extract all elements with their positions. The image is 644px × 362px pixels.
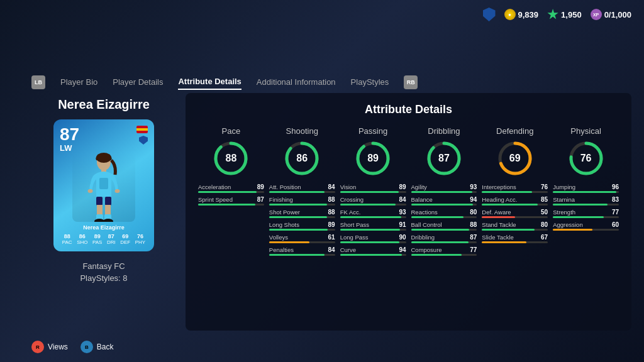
passing-category-name: Passing: [358, 126, 387, 136]
stat-value: 94: [394, 246, 406, 253]
physical-category-name: Physical: [570, 126, 601, 136]
player-card: 87 LW: [53, 119, 154, 251]
tab-playstyles[interactable]: PlayStyles: [351, 75, 389, 89]
stat-bar-background: [340, 254, 406, 256]
stat-name: Dribbling: [411, 234, 465, 241]
stat-bar-background: [340, 229, 406, 231]
physical-stat-list: Jumping96Stamina83Strength77Aggression60: [553, 184, 619, 234]
attr-col-pace: Pace 88Acceleration89Sprint Speed87: [198, 126, 264, 259]
back-button[interactable]: B Back: [80, 341, 114, 353]
coins-value: 9,839: [518, 10, 539, 19]
stat-bar-background: [269, 204, 335, 206]
stat-name: Strength: [553, 209, 606, 216]
views-button[interactable]: R Views: [31, 341, 68, 353]
stat-value: 91: [394, 221, 406, 228]
stat-item: Agility93: [411, 184, 477, 193]
stat-value: 93: [394, 209, 406, 216]
pace-category-name: Pace: [222, 126, 241, 136]
tab-player-details[interactable]: Player Details: [113, 75, 163, 89]
stat-name: Long Pass: [340, 234, 394, 241]
stat-value: 88: [323, 209, 335, 216]
coins-icon: ●: [504, 9, 516, 20]
stat-bar-fill: [411, 216, 464, 218]
stat-item: Balance94: [411, 196, 477, 206]
stat-item: Curve94: [340, 246, 406, 256]
stat-name: Heading Acc.: [482, 196, 535, 203]
stat-bar-fill: [269, 191, 325, 193]
stat-item: Dribbling87: [411, 234, 477, 243]
stat-bar-background: [269, 216, 335, 218]
shield-icon: [483, 8, 496, 21]
stat-bar-fill: [553, 191, 616, 193]
stat-item: Short Pass91: [340, 221, 406, 231]
stat-bar-fill: [411, 191, 472, 193]
stat-item: FK Acc.93: [340, 209, 406, 218]
stat-bar-fill: [482, 191, 532, 193]
bottom-nav: R Views B Back: [31, 341, 113, 353]
attr-col-passing: Passing 89Vision89Crossing84FK Acc.93Sho…: [340, 126, 406, 259]
stat-bar-fill: [553, 229, 592, 231]
stat-name: Stamina: [553, 196, 606, 203]
stat-item: Reactions80: [411, 209, 477, 218]
stat-value: 80: [464, 209, 477, 216]
back-label: Back: [97, 343, 114, 351]
stat-name: Volleys: [269, 234, 323, 241]
tab-additional-info[interactable]: Additional Information: [257, 75, 336, 89]
attributes-grid: Pace 88Acceleration89Sprint Speed87Shoot…: [198, 126, 619, 259]
stat-value: 96: [606, 184, 619, 190]
left-panel: Nerea Eizagirre 87 LW: [31, 97, 176, 283]
svg-rect-7: [105, 205, 111, 215]
stat-value: 89: [323, 221, 335, 228]
svg-rect-4: [96, 197, 103, 206]
stat-bar-background: [269, 254, 335, 256]
stat-item: Finishing88: [269, 196, 335, 206]
tab-player-bio[interactable]: Player Bio: [60, 75, 97, 89]
stat-bar-background: [411, 254, 477, 256]
card-stats-row: 88PAC 86SHO 89PAS 87DRI 69DEF 76PHY: [60, 233, 148, 245]
stat-name: Reactions: [411, 209, 465, 216]
stat-name: Att. Position: [269, 184, 323, 190]
section-title: Attribute Details: [198, 103, 619, 116]
stat-item: Sprint Speed87: [198, 196, 264, 206]
club-badge: [139, 136, 148, 145]
defending-gauge: 69: [496, 140, 534, 177]
playstyles-label: PlayStyles: 8: [31, 273, 176, 283]
lb-button[interactable]: LB: [31, 75, 45, 89]
stat-bar-background: [411, 191, 477, 193]
stat-value: 93: [464, 184, 477, 190]
stat-bar-background: [269, 229, 335, 231]
stat-name: Long Shots: [269, 221, 323, 228]
stat-value: 83: [606, 196, 619, 203]
stat-bar-background: [482, 191, 548, 193]
stat-item: Penalties84: [269, 246, 335, 256]
stat-bar-fill: [198, 191, 257, 193]
stat-value: 89: [394, 184, 406, 190]
passing-gauge-value: 89: [354, 140, 392, 177]
stat-bar-background: [553, 204, 619, 206]
stat-bar-background: [411, 229, 477, 231]
stat-item: Vision89: [340, 184, 406, 193]
stat-name: Def. Aware: [482, 209, 535, 216]
stat-value: 88: [464, 221, 477, 228]
tab-attribute-details[interactable]: Attribute Details: [178, 74, 241, 90]
stat-value: 94: [464, 196, 477, 203]
rb-button[interactable]: RB: [404, 75, 418, 89]
stat-value: 87: [464, 234, 477, 241]
player-image: [72, 153, 135, 222]
xp-value: 0/1,000: [604, 10, 631, 19]
physical-gauge: 76: [567, 140, 605, 177]
shooting-gauge-value: 86: [283, 140, 321, 177]
svg-rect-3: [99, 178, 108, 189]
stat-value: 50: [535, 209, 548, 216]
stat-value: 85: [535, 196, 548, 203]
attr-col-dribbling: Dribbling 87Agility93Balance94Reactions8…: [411, 126, 477, 259]
stat-item: Stamina83: [553, 196, 619, 206]
stat-bar-background: [269, 241, 335, 243]
stat-item: Stand Tackle80: [482, 221, 548, 231]
stat-bar-background: [553, 216, 619, 218]
attr-col-shooting: Shooting 86Att. Position84Finishing88Sho…: [269, 126, 335, 259]
passing-stat-list: Vision89Crossing84FK Acc.93Short Pass91L…: [340, 184, 406, 259]
stat-bar-fill: [411, 241, 469, 243]
stat-value: 80: [535, 221, 548, 228]
stat-name: Curve: [340, 246, 394, 253]
